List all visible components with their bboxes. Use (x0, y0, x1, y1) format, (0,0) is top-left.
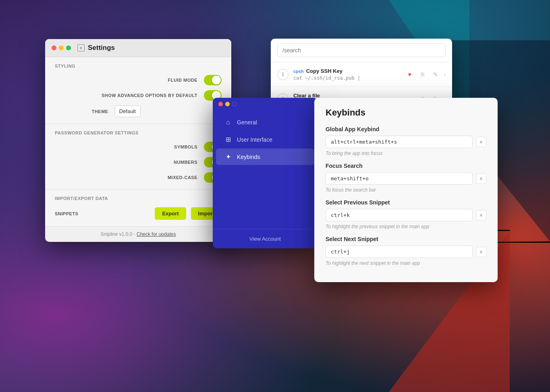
snippet-name-1: Copy SSH Key (306, 68, 342, 74)
theme-label: THEME (55, 109, 108, 114)
keybind-global-title: Global App Keybind (326, 126, 486, 132)
import-export-section: IMPORT/EXPORT DATA SNIPPETS Export Impor… (45, 190, 231, 227)
keybinds-icon: ✦ (224, 153, 232, 161)
snippet-code-1: cat ~/.ssh/id_rsa.pub | (293, 75, 400, 81)
sidebar-item-general[interactable]: ⌂ General (216, 114, 314, 130)
keybind-focus-row: × (326, 172, 486, 185)
sidebar-minimize-light[interactable] (225, 102, 230, 106)
keybind-group-prev: Select Previous Snippet × To highlight t… (326, 199, 486, 229)
minimize-traffic-light[interactable] (59, 45, 64, 50)
ui-icon: ⊞ (224, 136, 232, 143)
sidebar-nav: ⌂ General ⊞ User Interface ✦ Keybinds (213, 110, 318, 229)
sidebar-item-user-interface[interactable]: ⊞ User Interface (216, 131, 314, 148)
sidebar-titlebar (213, 98, 318, 110)
export-button[interactable]: Export (155, 207, 186, 220)
keybind-next-clear[interactable]: × (476, 247, 486, 257)
sidebar-item-keybinds-label: Keybinds (237, 154, 260, 160)
check-updates-link[interactable]: Check for updates (137, 231, 176, 237)
keybind-prev-input[interactable] (326, 209, 473, 221)
keybind-global-row: × (326, 136, 486, 148)
keybind-group-next: Select Next Snippet × To highlight the n… (326, 236, 486, 266)
keybind-prev-row: × (326, 209, 486, 221)
traffic-lights (52, 45, 71, 50)
sidebar-maximize-light[interactable] (232, 102, 237, 106)
sidebar-item-keybinds[interactable]: ✦ Keybinds (216, 149, 314, 165)
view-account-button[interactable]: View Account (221, 236, 309, 242)
sidebar-close-light[interactable] (218, 102, 223, 106)
snippet-actions-1: ♥ ⎘ ✎ › (405, 70, 446, 79)
keybind-prev-hint: To highlight the previous snippet in the… (326, 224, 486, 229)
mixed-case-label: MIXED-CASE (55, 175, 197, 180)
snippet-tag-1: cpsh (293, 69, 304, 74)
keybind-prev-title: Select Previous Snippet (326, 199, 486, 206)
keybinds-window: Keybinds Global App Keybind × To bring t… (314, 98, 498, 282)
fluid-mode-label: FLUID MODE (55, 78, 197, 83)
theme-select-wrapper: Default Dark Light (115, 105, 222, 117)
home-icon: ⌂ (224, 119, 232, 126)
keybind-next-hint: To highlight the next snippet in the mai… (326, 260, 486, 266)
snippet-content-1: cpsh Copy SSH Key cat ~/.ssh/id_rsa.pub … (293, 68, 400, 81)
close-x-icon: × (80, 45, 82, 50)
keybind-focus-title: Focus Search (326, 163, 486, 169)
keybind-prev-clear[interactable]: × (476, 210, 486, 221)
styling-section: STYLING FLUID MODE SHOW ADVANCED OPTIONS… (45, 57, 231, 124)
keybind-global-input[interactable] (326, 136, 473, 148)
snippet-title-row-1: cpsh Copy SSH Key (293, 68, 400, 74)
maximize-traffic-light[interactable] (66, 45, 71, 50)
settings-footer: Snipline v1.0.0 - Check for updates (45, 227, 231, 242)
snippets-row: SNIPPETS Export Import (55, 207, 222, 220)
snippets-label: SNIPPETS (55, 211, 78, 216)
symbols-row: SYMBOLS (55, 142, 222, 152)
settings-window: × Settings STYLING FLUID MODE SHOW ADVAN… (45, 39, 231, 242)
close-traffic-light[interactable] (52, 45, 56, 50)
keybind-next-input[interactable] (326, 246, 473, 258)
snippet-item-1: 1 cpsh Copy SSH Key cat ~/.ssh/id_rsa.pu… (271, 62, 452, 87)
fluid-mode-row: FLUID MODE (55, 75, 222, 85)
numbers-label: NUMBERS (55, 160, 197, 165)
sidebar-window: ⌂ General ⊞ User Interface ✦ Keybinds Vi… (213, 98, 318, 248)
numbers-row: NUMBERS (55, 157, 222, 167)
sidebar-footer: View Account (213, 229, 318, 248)
keybind-global-clear[interactable]: × (476, 137, 486, 147)
edit-button-1[interactable]: ✎ (431, 70, 440, 79)
keybind-next-row: × (326, 246, 486, 258)
settings-body: STYLING FLUID MODE SHOW ADVANCED OPTIONS… (45, 57, 231, 242)
import-export-header: IMPORT/EXPORT DATA (55, 196, 222, 201)
password-generator-section: PASSWORD GENERATOR SETTINGS SYMBOLS NUMB… (45, 124, 231, 190)
close-x-button[interactable]: × (77, 44, 85, 52)
password-generator-header: PASSWORD GENERATOR SETTINGS (55, 130, 222, 135)
keybind-group-focus: Focus Search × To focus the search bar (326, 163, 486, 193)
chevron-icon-1: › (444, 71, 446, 78)
styling-section-header: STYLING (55, 64, 222, 68)
search-input[interactable] (277, 43, 446, 57)
keybind-group-global: Global App Keybind × To bring the app in… (326, 126, 486, 156)
symbols-label: SYMBOLS (55, 144, 197, 149)
show-advanced-row: SHOW ADVANCED OPTIONS BY DEFAULT (55, 90, 222, 101)
sidebar-item-ui-label: User Interface (237, 136, 272, 143)
sidebar-item-general-label: General (237, 119, 257, 126)
version-text: Snipline v1.0.0 - (101, 231, 137, 237)
theme-select[interactable]: Default Dark Light (115, 105, 141, 117)
theme-row: THEME Default Dark Light (55, 105, 222, 117)
keybind-focus-hint: To focus the search bar (326, 187, 486, 193)
show-advanced-label: SHOW ADVANCED OPTIONS BY DEFAULT (55, 93, 197, 98)
fluid-mode-toggle[interactable] (204, 75, 222, 85)
keybind-next-title: Select Next Snippet (326, 236, 486, 242)
mixed-case-row: MIXED-CASE (55, 172, 222, 183)
search-bar (271, 39, 452, 62)
settings-titlebar: × Settings (45, 39, 231, 57)
keybind-focus-input[interactable] (326, 172, 473, 185)
settings-title: Settings (88, 44, 115, 52)
keybinds-title: Keybinds (326, 107, 486, 118)
settings-title-area: × Settings (77, 44, 115, 52)
copy-button-1[interactable]: ⎘ (418, 70, 428, 79)
snippet-num-1: 1 (277, 69, 288, 80)
keybind-global-hint: To bring the app into focus (326, 151, 486, 156)
heart-button-1[interactable]: ♥ (405, 70, 415, 79)
keybind-focus-clear[interactable]: × (476, 173, 486, 184)
